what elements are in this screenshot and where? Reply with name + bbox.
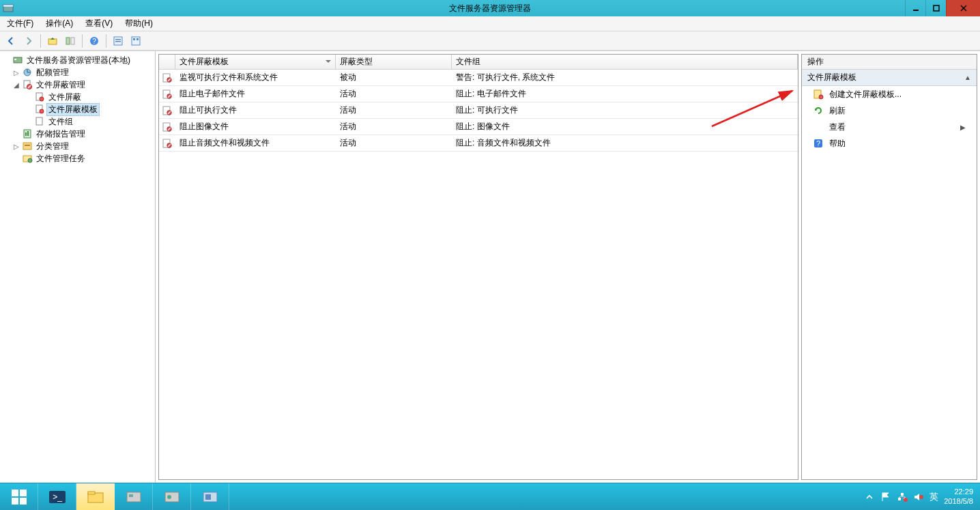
col-icon[interactable] bbox=[159, 55, 175, 69]
task-explorer[interactable] bbox=[76, 483, 115, 510]
table-row[interactable]: 阻止电子邮件文件活动阻止: 电子邮件文件 bbox=[159, 86, 798, 102]
tray-up-icon[interactable] bbox=[864, 492, 875, 502]
tree-label: 分类管理 bbox=[34, 141, 71, 152]
col-template[interactable]: 文件屏蔽模板 bbox=[175, 55, 336, 69]
menubar: 文件(F) 操作(A) 查看(V) 帮助(H) bbox=[0, 16, 980, 31]
svg-rect-5 bbox=[66, 38, 70, 44]
col-groups[interactable]: 文件组 bbox=[452, 55, 798, 69]
cell-name: 监视可执行文件和系统文件 bbox=[175, 72, 336, 83]
menu-help[interactable]: 帮助(H) bbox=[122, 16, 156, 31]
cell-name: 阻止音频文件和视频文件 bbox=[175, 137, 336, 149]
help-button[interactable]: ? bbox=[86, 33, 102, 48]
svg-rect-10 bbox=[115, 39, 121, 40]
ime-indicator[interactable]: 英 bbox=[929, 491, 938, 503]
expand-icon[interactable]: ▷ bbox=[12, 143, 20, 150]
tree-label: 配额管理 bbox=[34, 67, 71, 79]
table-row[interactable]: 阻止音频文件和视频文件活动阻止: 音频文件和视频文件 bbox=[159, 135, 798, 152]
cell-type: 活动 bbox=[336, 88, 452, 100]
tree-reports[interactable]: 存储报告管理 bbox=[0, 128, 155, 140]
volume-icon[interactable] bbox=[913, 492, 924, 502]
collapse-icon[interactable]: ◢ bbox=[12, 81, 20, 89]
tree-screens[interactable]: 文件屏蔽 bbox=[0, 91, 155, 103]
svg-point-65 bbox=[919, 495, 923, 499]
svg-rect-13 bbox=[133, 38, 135, 40]
task-fsrm[interactable] bbox=[191, 483, 229, 510]
action-label: 查看 bbox=[829, 122, 846, 133]
svg-rect-1 bbox=[3, 5, 13, 7]
tree-groups[interactable]: 文件组 bbox=[0, 115, 155, 128]
collapse-icon[interactable]: ▲ bbox=[964, 74, 971, 81]
toolbar: ? bbox=[0, 31, 980, 51]
tree-label: 文件屏蔽管理 bbox=[34, 79, 87, 91]
cell-type: 活动 bbox=[336, 104, 452, 116]
tree-root[interactable]: 文件服务器资源管理器(本地) bbox=[0, 54, 155, 66]
window-title: 文件服务器资源管理器 bbox=[449, 3, 531, 14]
table-row[interactable]: 阻止可执行文件活动阻止: 可执行文件 bbox=[159, 102, 798, 119]
task-servermgr[interactable] bbox=[115, 483, 153, 510]
forward-button[interactable] bbox=[20, 33, 37, 48]
task-app2[interactable] bbox=[153, 483, 191, 510]
show-hide-button[interactable] bbox=[62, 33, 78, 48]
close-button[interactable] bbox=[946, 0, 980, 16]
help-icon: ? bbox=[813, 138, 824, 149]
tree-screen-mgmt[interactable]: ◢ 文件屏蔽管理 bbox=[0, 79, 155, 91]
action-refresh[interactable]: 刷新 bbox=[802, 102, 977, 119]
svg-point-64 bbox=[904, 498, 908, 502]
cell-name: 阻止电子邮件文件 bbox=[175, 88, 336, 100]
up-button[interactable] bbox=[44, 33, 61, 48]
row-icon bbox=[159, 89, 175, 100]
tree-quota[interactable]: ▷ 配额管理 bbox=[0, 66, 155, 79]
svg-rect-4 bbox=[48, 39, 57, 44]
action-create-template[interactable]: 创建文件屏蔽模板... bbox=[802, 86, 977, 102]
view2-button[interactable] bbox=[128, 33, 144, 48]
menu-action[interactable]: 操作(A) bbox=[43, 16, 76, 31]
create-icon bbox=[813, 89, 824, 100]
tree-tasks[interactable]: 文件管理任务 bbox=[0, 152, 155, 165]
minimize-button[interactable] bbox=[905, 0, 925, 16]
table-row[interactable]: 阻止图像文件活动阻止: 图像文件 bbox=[159, 119, 798, 135]
start-button[interactable] bbox=[0, 483, 38, 510]
action-label: 刷新 bbox=[829, 105, 846, 117]
actions-group-header[interactable]: 文件屏蔽模板 ▲ bbox=[802, 70, 977, 86]
svg-rect-2 bbox=[913, 10, 919, 11]
menu-view[interactable]: 查看(V) bbox=[83, 16, 115, 31]
table-row[interactable]: 监视可执行文件和系统文件被动警告: 可执行文件, 系统文件 bbox=[159, 70, 798, 86]
maximize-button[interactable] bbox=[925, 0, 946, 16]
action-label: 创建文件屏蔽模板... bbox=[829, 89, 902, 100]
action-help[interactable]: ? 帮助 bbox=[802, 135, 977, 152]
action-label: 帮助 bbox=[829, 138, 846, 150]
chevron-right-icon: ▶ bbox=[960, 124, 966, 131]
table-body: 监视可执行文件和系统文件被动警告: 可执行文件, 系统文件阻止电子邮件文件活动阻… bbox=[159, 70, 798, 479]
clock[interactable]: 22:29 2018/5/8 bbox=[944, 487, 973, 505]
menu-file[interactable]: 文件(F) bbox=[4, 16, 36, 31]
tree-templates[interactable]: 文件屏蔽模板 bbox=[0, 103, 155, 115]
template-table: 文件屏蔽模板 屏蔽类型 文件组 监视可执行文件和系统文件被动警告: 可执行文件,… bbox=[158, 54, 798, 480]
row-icon bbox=[159, 72, 175, 83]
actions-header: 操作 bbox=[802, 55, 977, 70]
server-icon bbox=[12, 55, 23, 66]
svg-rect-24 bbox=[36, 117, 42, 125]
cell-groups: 警告: 可执行文件, 系统文件 bbox=[452, 72, 798, 83]
cell-type: 活动 bbox=[336, 121, 452, 132]
flag-icon[interactable] bbox=[880, 492, 891, 502]
svg-rect-54 bbox=[88, 492, 95, 494]
col-type[interactable]: 屏蔽类型 bbox=[336, 55, 452, 69]
view1-button[interactable] bbox=[110, 33, 126, 48]
svg-rect-27 bbox=[27, 131, 29, 136]
network-icon[interactable] bbox=[897, 492, 908, 502]
main-area: 文件服务器资源管理器(本地) ▷ 配额管理 ◢ 文件屏蔽管理 文件屏蔽 文件屏蔽… bbox=[0, 51, 980, 483]
row-icon bbox=[159, 122, 175, 132]
task-powershell[interactable]: >_ bbox=[38, 483, 76, 510]
svg-rect-12 bbox=[132, 37, 140, 45]
tree-classification[interactable]: ▷ 分类管理 bbox=[0, 140, 155, 152]
cell-groups: 阻止: 电子邮件文件 bbox=[452, 88, 798, 100]
tree-label: 文件服务器资源管理器(本地) bbox=[25, 55, 132, 66]
toolbar-separator bbox=[40, 34, 41, 48]
action-view[interactable]: 查看 ▶ bbox=[802, 119, 977, 135]
svg-point-31 bbox=[28, 158, 32, 162]
back-button[interactable] bbox=[3, 33, 19, 48]
svg-rect-28 bbox=[23, 143, 31, 150]
cell-groups: 阻止: 音频文件和视频文件 bbox=[452, 137, 798, 149]
expand-icon[interactable]: ▷ bbox=[12, 69, 20, 76]
svg-rect-29 bbox=[25, 145, 30, 146]
